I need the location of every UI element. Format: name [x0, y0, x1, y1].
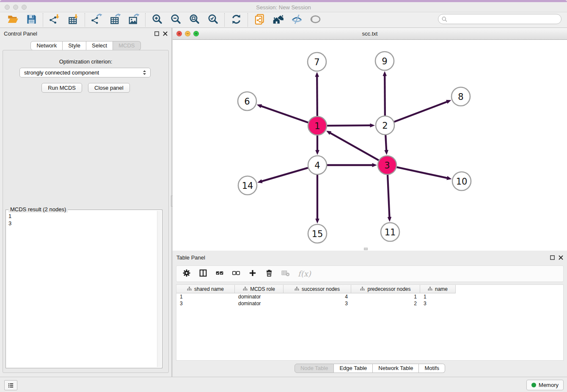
graph-node-8[interactable]: 8	[451, 87, 470, 106]
cell-shared-name[interactable]: 1	[176, 293, 235, 300]
select-all-button[interactable]	[215, 269, 224, 279]
column-header-predecessor-nodes[interactable]: predecessor nodes	[351, 285, 420, 293]
cell-MCDS-role[interactable]: dominator	[235, 300, 284, 307]
graph-node-7[interactable]: 7	[308, 52, 326, 71]
import-table-button[interactable]	[64, 13, 83, 27]
cell-predecessor-nodes[interactable]: 1	[351, 293, 420, 300]
table-tab-motifs[interactable]: Motifs	[419, 364, 445, 373]
edge-1-2[interactable]	[327, 125, 371, 126]
deselect-all-button[interactable]	[232, 269, 240, 279]
edge-1-6[interactable]	[261, 106, 308, 122]
show-panel-button[interactable]	[306, 13, 325, 27]
hide-panel-button[interactable]	[287, 13, 306, 27]
zoom-fit-button[interactable]	[185, 13, 204, 27]
refresh-button[interactable]	[227, 13, 245, 27]
app-titlebar: Session: New Session	[0, 2, 567, 12]
edge-3-1[interactable]	[330, 133, 379, 160]
export-network-button[interactable]	[87, 13, 106, 27]
graph-node-11[interactable]: 11	[381, 223, 399, 241]
table-row[interactable]: 3dominator323	[176, 300, 563, 307]
edge-3-11[interactable]	[388, 175, 389, 218]
task-history-button[interactable]	[4, 380, 17, 390]
cell-name[interactable]: 1	[420, 293, 456, 300]
node-table-body: 1dominator4113dominator323	[176, 293, 563, 307]
edge-arrow-1-6	[257, 104, 262, 108]
control-panel-tabs: NetworkStyleSelectMCDS	[0, 41, 171, 50]
close-panel-button[interactable]: Close panel	[88, 83, 130, 93]
clone-network-button[interactable]	[250, 13, 269, 27]
cell-MCDS-role[interactable]: dominator	[235, 293, 284, 300]
result-scrollbar[interactable]	[157, 211, 161, 367]
columns-button[interactable]	[199, 269, 207, 279]
table-tab-node-table[interactable]: Node Table	[295, 364, 334, 373]
close-icon[interactable]	[162, 31, 168, 36]
search-icon	[441, 16, 448, 22]
edge-2-9[interactable]	[385, 75, 385, 116]
edge-3-10[interactable]	[396, 167, 447, 178]
column-header-shared-name[interactable]: shared name	[176, 285, 235, 293]
edge-1-7[interactable]	[317, 76, 317, 116]
edge-2-8[interactable]	[394, 102, 447, 122]
add-button[interactable]	[248, 269, 257, 279]
tab-style[interactable]: Style	[63, 41, 86, 50]
run-mcds-button[interactable]: Run MCDS	[41, 83, 82, 93]
gear-button[interactable]	[182, 269, 191, 279]
node-label-4: 4	[314, 160, 320, 171]
graph-node-1[interactable]: 1	[308, 116, 327, 135]
graph-node-2[interactable]: 2	[376, 116, 394, 135]
table-row[interactable]: 1dominator411	[176, 293, 563, 300]
cell-successor-nodes[interactable]: 3	[284, 300, 351, 307]
column-header-MCDS-role[interactable]: MCDS role	[235, 285, 284, 293]
table-tab-network-table[interactable]: Network Table	[373, 364, 419, 373]
mcds-result-text[interactable]: 1 3	[8, 213, 155, 366]
toolbar-separator	[248, 13, 248, 27]
zoom-in-button[interactable]	[148, 13, 166, 27]
memory-button[interactable]: Memory	[526, 380, 564, 390]
graph-node-3[interactable]: 3	[378, 156, 396, 174]
tab-select[interactable]: Select	[86, 41, 113, 50]
zoom-in-icon	[151, 14, 163, 26]
zoom-selected-button[interactable]	[204, 13, 222, 27]
search-input[interactable]	[448, 15, 561, 23]
cell-successor-nodes[interactable]: 4	[284, 293, 351, 300]
close-icon[interactable]	[558, 255, 564, 260]
export-image-icon	[128, 14, 140, 26]
horizontal-splitter-grip[interactable]	[364, 248, 368, 250]
save-session-button[interactable]	[22, 13, 41, 27]
status-bar: Memory	[0, 377, 567, 392]
tab-mcds[interactable]: MCDS	[113, 41, 140, 50]
trash-button[interactable]	[265, 269, 273, 279]
column-header-name[interactable]: name	[420, 285, 456, 293]
network-canvas[interactable]: 1234678910111415	[173, 40, 567, 251]
node-label-6: 6	[244, 97, 250, 107]
graph-node-4[interactable]: 4	[308, 156, 327, 174]
column-header-successor-nodes[interactable]: successor nodes	[284, 285, 351, 293]
network-graph[interactable]: 1234678910111415	[173, 40, 567, 251]
search-box[interactable]	[438, 14, 561, 24]
table-tab-edge-table[interactable]: Edge Table	[334, 364, 373, 373]
edge-arrow-1-7	[315, 72, 319, 77]
edge-4-14[interactable]	[261, 168, 308, 181]
cell-name[interactable]: 3	[420, 300, 456, 307]
table-panel-title: Table Panel	[176, 254, 205, 261]
graph-node-9[interactable]: 9	[375, 52, 394, 70]
edge-2-3[interactable]	[385, 135, 386, 151]
export-image-button[interactable]	[124, 13, 143, 27]
cell-predecessor-nodes[interactable]: 2	[351, 300, 420, 307]
open-file-button[interactable]	[3, 13, 22, 27]
float-icon[interactable]	[550, 255, 555, 260]
float-icon[interactable]	[154, 31, 160, 36]
home-button[interactable]	[269, 13, 287, 27]
export-table-button[interactable]	[106, 13, 124, 27]
toolbar-groups	[3, 12, 325, 28]
graph-node-10[interactable]: 10	[452, 172, 471, 190]
graph-node-14[interactable]: 14	[238, 176, 257, 195]
graph-node-15[interactable]: 15	[308, 224, 327, 243]
criterion-dropdown[interactable]: strongly connected component	[19, 68, 151, 77]
import-network-button[interactable]	[45, 13, 64, 27]
tab-network[interactable]: Network	[30, 41, 63, 50]
cell-shared-name[interactable]: 3	[176, 300, 235, 307]
graph-node-6[interactable]: 6	[238, 92, 256, 110]
edge-arrow-1-2	[370, 123, 375, 127]
zoom-out-button[interactable]	[166, 13, 185, 27]
